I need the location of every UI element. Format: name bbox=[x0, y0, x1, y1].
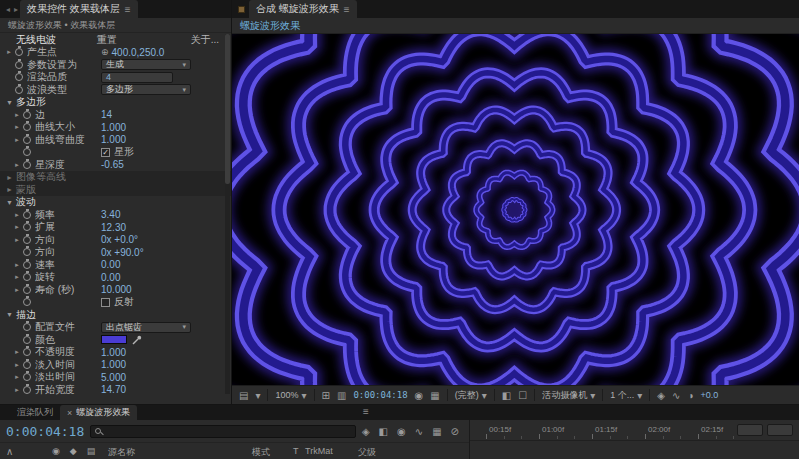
graph-editor-icon[interactable]: ⊘ bbox=[451, 426, 459, 437]
stopwatch-icon[interactable] bbox=[23, 211, 31, 219]
expand-triangle-icon[interactable]: ► bbox=[14, 224, 23, 230]
stopwatch-icon[interactable] bbox=[23, 361, 31, 369]
stopwatch-icon[interactable] bbox=[23, 273, 31, 281]
panel-menu-icon[interactable]: ≡ bbox=[125, 4, 131, 15]
stopwatch-icon[interactable] bbox=[23, 123, 31, 131]
timeline-nav-button[interactable] bbox=[767, 424, 793, 436]
close-icon[interactable]: × bbox=[67, 408, 72, 418]
timeline-search[interactable] bbox=[90, 425, 356, 438]
label-column-icon[interactable]: ▤ bbox=[87, 446, 96, 456]
view-layout-select[interactable]: 1 个... ▾ bbox=[610, 389, 642, 402]
composition-viewport[interactable] bbox=[232, 34, 799, 385]
stopwatch-icon[interactable] bbox=[23, 336, 31, 344]
param-value[interactable]: 1.000 bbox=[101, 134, 126, 145]
disclosure-triangle-icon[interactable]: ▼ bbox=[6, 199, 16, 206]
current-time-display[interactable]: 0:00:04:18 bbox=[6, 424, 84, 439]
mini-flowchart-icon[interactable]: ◈ bbox=[657, 390, 665, 401]
always-preview-icon[interactable]: ▤ bbox=[239, 390, 248, 401]
expand-triangle-icon[interactable]: ► bbox=[6, 49, 15, 55]
param-input[interactable]: 4 bbox=[101, 72, 173, 83]
motion-blur-icon[interactable]: ▦ bbox=[432, 426, 441, 437]
stopwatch-icon[interactable] bbox=[23, 161, 31, 169]
timeline-nav-button[interactable] bbox=[737, 424, 763, 436]
snapshot-icon[interactable]: ◉ bbox=[415, 390, 424, 401]
stopwatch-icon[interactable] bbox=[15, 73, 23, 81]
effects-scrollbar-thumb[interactable] bbox=[225, 34, 230, 184]
region-of-interest-icon[interactable]: ☐ bbox=[518, 390, 527, 401]
show-snapshot-icon[interactable]: ▦ bbox=[430, 390, 439, 401]
expand-triangle-icon[interactable]: ► bbox=[14, 212, 23, 218]
disclosure-triangle-icon[interactable]: ► bbox=[6, 186, 16, 193]
stopwatch-icon[interactable] bbox=[23, 261, 31, 269]
eyedropper-icon[interactable] bbox=[132, 335, 142, 345]
timeline-ruler-area[interactable]: 00:15f01:00f01:15f02:00f02:15f bbox=[470, 420, 799, 459]
resolution-select[interactable]: (完整) ▾ bbox=[455, 389, 487, 402]
stopwatch-icon[interactable] bbox=[23, 323, 31, 331]
param-dropdown[interactable]: 生成▾ bbox=[101, 59, 191, 70]
param-value[interactable]: -0.65 bbox=[101, 159, 124, 170]
expand-triangle-icon[interactable]: ► bbox=[14, 287, 23, 293]
effects-scrollbar[interactable] bbox=[225, 34, 230, 394]
param-value[interactable]: ⊕400.0,250.0 bbox=[101, 47, 164, 58]
param-value[interactable]: 0.00 bbox=[101, 259, 120, 270]
panel-menu-icon[interactable]: ≡ bbox=[363, 406, 369, 417]
tab-render-queue[interactable]: 渲染队列 bbox=[10, 405, 60, 420]
param-dropdown[interactable]: 多边形▾ bbox=[101, 84, 191, 95]
expand-triangle-icon[interactable]: ► bbox=[14, 374, 23, 380]
panel-chevron-left-icon[interactable]: ◂ bbox=[4, 5, 12, 14]
expand-triangle-icon[interactable]: ► bbox=[14, 124, 23, 130]
reset-button[interactable]: 重置 bbox=[97, 33, 117, 47]
column-t[interactable]: T bbox=[293, 446, 299, 456]
checkbox[interactable] bbox=[101, 298, 110, 307]
checkbox[interactable]: ✓ bbox=[101, 148, 110, 157]
expand-triangle-icon[interactable]: ► bbox=[14, 112, 23, 118]
param-value[interactable]: 1.000 bbox=[101, 359, 126, 370]
audio-toggle-icon[interactable]: ◆ bbox=[70, 446, 77, 456]
caret-down-icon[interactable]: ▾ bbox=[255, 390, 260, 401]
param-value[interactable]: 0x +0.0° bbox=[101, 234, 138, 245]
param-value[interactable]: 1.000 bbox=[101, 347, 126, 358]
stopwatch-icon[interactable] bbox=[23, 286, 31, 294]
disclosure-triangle-icon[interactable]: ► bbox=[6, 174, 16, 181]
shy-layers-icon[interactable]: ◉ bbox=[397, 426, 406, 437]
panel-menu-icon[interactable]: ≡ bbox=[344, 4, 350, 15]
param-value[interactable]: 5.000 bbox=[101, 372, 126, 383]
expand-triangle-icon[interactable]: ► bbox=[14, 162, 23, 168]
param-value[interactable]: 1.000 bbox=[101, 122, 126, 133]
frame-blend-icon[interactable]: ∿ bbox=[415, 426, 423, 437]
zoom-select[interactable]: 100% ▾ bbox=[275, 390, 306, 401]
param-value[interactable]: 14 bbox=[101, 109, 112, 120]
about-button[interactable]: 关于... bbox=[191, 33, 219, 47]
stopwatch-icon[interactable] bbox=[23, 298, 31, 306]
stopwatch-icon[interactable] bbox=[23, 136, 31, 144]
mini-flowchart-icon[interactable]: ◈ bbox=[362, 426, 370, 437]
panel-chevron-right-icon[interactable]: ▸ bbox=[12, 5, 20, 14]
param-value[interactable]: 3.40 bbox=[101, 209, 120, 220]
param-value[interactable]: 10.000 bbox=[101, 284, 132, 295]
expand-triangle-icon[interactable]: ► bbox=[14, 362, 23, 368]
expand-triangle-icon[interactable]: ► bbox=[14, 262, 23, 268]
stopwatch-icon[interactable] bbox=[15, 86, 23, 94]
expand-triangle-icon[interactable]: ► bbox=[14, 274, 23, 280]
expand-triangle-icon[interactable]: ► bbox=[14, 137, 23, 143]
color-swatch[interactable] bbox=[101, 335, 127, 344]
column-parent[interactable]: 父级 bbox=[358, 446, 376, 459]
expand-triangle-icon[interactable]: ► bbox=[14, 387, 23, 393]
exposure-value[interactable]: +0.0 bbox=[700, 390, 718, 400]
comp-target-tab[interactable]: 螺旋波形效果 bbox=[240, 19, 300, 33]
column-trkmat[interactable]: TrkMat bbox=[305, 446, 333, 456]
disclosure-triangle-icon[interactable]: ▼ bbox=[6, 99, 16, 106]
search-input[interactable] bbox=[105, 426, 351, 436]
camera-view-select[interactable]: 活动摄像机 ▾ bbox=[542, 389, 595, 402]
tab-composition[interactable]: 合成 螺旋波形效果 ≡ bbox=[249, 0, 357, 18]
video-toggle-icon[interactable]: ◉ bbox=[52, 446, 60, 456]
draft-3d-icon[interactable]: ◧ bbox=[379, 426, 388, 437]
stopwatch-icon[interactable] bbox=[23, 348, 31, 356]
exposure-icon[interactable]: ◑ bbox=[687, 390, 693, 401]
stopwatch-icon[interactable] bbox=[15, 61, 23, 69]
stopwatch-icon[interactable] bbox=[23, 373, 31, 381]
column-source-name[interactable]: 源名称 bbox=[108, 446, 135, 459]
expand-triangle-icon[interactable]: ► bbox=[14, 237, 23, 243]
stopwatch-icon[interactable] bbox=[23, 148, 31, 156]
tab-effect-controls[interactable]: 效果控件 效果载体层 ≡ bbox=[20, 0, 138, 18]
